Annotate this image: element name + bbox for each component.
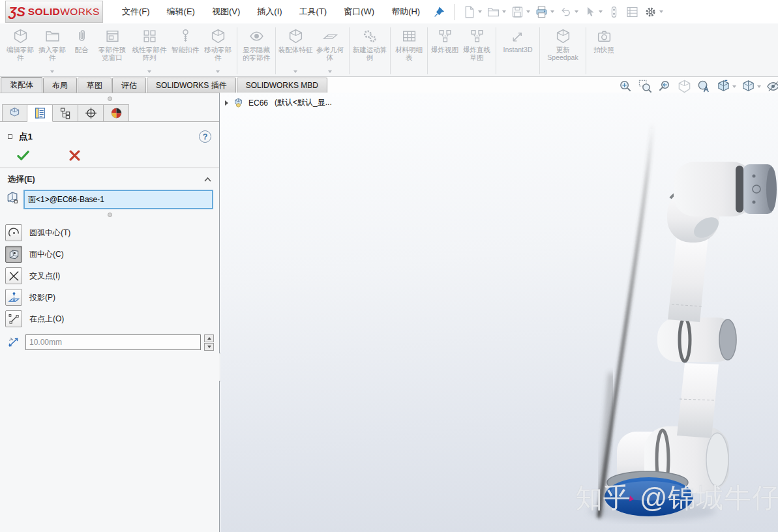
reference-geometry-icon bbox=[322, 28, 338, 44]
selection-group-header[interactable]: 选择(E) bbox=[0, 168, 219, 190]
menu-help[interactable]: 帮助(H) bbox=[383, 0, 428, 23]
section-view-button[interactable] bbox=[677, 79, 692, 94]
displaymanager-tab[interactable] bbox=[104, 104, 129, 122]
spinner-down-button[interactable] bbox=[204, 343, 214, 351]
undo-button[interactable] bbox=[559, 5, 578, 19]
tab-solidworks-addins[interactable]: SOLIDWORKS 插件 bbox=[147, 78, 236, 93]
spinner-up-button[interactable] bbox=[204, 334, 214, 342]
expand-arrow-icon[interactable] bbox=[225, 100, 228, 106]
zoom-to-area-button[interactable] bbox=[638, 79, 653, 94]
chevron-down-icon bbox=[526, 10, 530, 13]
menu-file[interactable]: 文件(F) bbox=[113, 0, 158, 23]
listbox-resize-handle[interactable] bbox=[108, 213, 112, 217]
flyout-feature-tree[interactable]: EC66 (默认<默认_显... bbox=[225, 97, 332, 108]
face-center-icon bbox=[7, 248, 21, 261]
button-label: 零部件预览窗口 bbox=[95, 46, 129, 62]
flange-bolt bbox=[753, 201, 756, 204]
intersection-button[interactable] bbox=[5, 267, 22, 284]
ribbon-group-divider bbox=[275, 27, 276, 74]
save-button[interactable] bbox=[511, 5, 530, 19]
zoom-to-fit-button[interactable] bbox=[618, 79, 633, 94]
select-button[interactable] bbox=[583, 5, 603, 19]
tab-evaluate[interactable]: 评估 bbox=[112, 78, 146, 93]
manager-tab-strip bbox=[0, 104, 219, 122]
cancel-button[interactable] bbox=[68, 149, 81, 162]
elbow-cap[interactable] bbox=[719, 319, 736, 360]
edit-appearance-button[interactable] bbox=[696, 79, 711, 94]
new-motion-study-button[interactable]: 新建运动算例 bbox=[352, 25, 388, 76]
graphics-viewport[interactable]: EC66 (默认<默认_显... bbox=[220, 93, 778, 532]
bill-of-materials-button[interactable]: 材料明细表 bbox=[393, 25, 425, 76]
propertymanager-tab[interactable] bbox=[27, 104, 53, 122]
ok-button[interactable] bbox=[17, 149, 29, 162]
smart-fasteners-button[interactable]: 智能扣件 bbox=[170, 25, 201, 76]
explode-line-sketch-icon bbox=[469, 28, 485, 44]
take-snapshot-button[interactable]: 拍快照 bbox=[588, 25, 620, 76]
menu-edit[interactable]: 编辑(E) bbox=[158, 0, 203, 23]
toggle-capsule-button[interactable] bbox=[607, 5, 621, 19]
button-label: 显示隐藏的零部件 bbox=[239, 46, 273, 62]
tab-sketch[interactable]: 草图 bbox=[78, 78, 112, 93]
button-label: 参考几何体 bbox=[313, 46, 347, 62]
shoulder-cap[interactable] bbox=[706, 433, 728, 486]
open-button[interactable] bbox=[486, 5, 506, 19]
task-list-button[interactable] bbox=[625, 5, 639, 19]
insert-component-button[interactable]: 插入零部件 bbox=[37, 25, 68, 76]
snapshot-camera-icon bbox=[596, 28, 612, 44]
selection-listbox[interactable]: 面<1>@EC66-Base-1 bbox=[23, 190, 213, 209]
selection-row: 面<1>@EC66-Base-1 bbox=[0, 190, 219, 209]
arc-center-button[interactable] bbox=[5, 224, 22, 241]
menu-window[interactable]: 窗口(W) bbox=[335, 0, 383, 23]
mate-button[interactable]: 配合 bbox=[68, 25, 95, 76]
tab-solidworks-mbd[interactable]: SOLIDWORKS MBD bbox=[237, 78, 327, 93]
assembly-features-button[interactable]: 装配体特征 bbox=[278, 25, 313, 76]
on-point-button[interactable] bbox=[5, 310, 22, 327]
projection-icon bbox=[7, 291, 21, 304]
configuration-tree-icon bbox=[59, 106, 72, 120]
button-label: 移动零部件 bbox=[201, 46, 235, 62]
component-preview-window-button[interactable]: 零部件预览窗口 bbox=[95, 25, 129, 76]
lower-arm-link[interactable] bbox=[677, 363, 719, 438]
reference-geometry-button[interactable]: 参考几何体 bbox=[313, 25, 347, 76]
collapse-chevron-icon[interactable] bbox=[204, 177, 211, 182]
hide-show-items-button[interactable] bbox=[766, 79, 778, 94]
panel-splitter-handle[interactable] bbox=[108, 96, 112, 101]
view-orientation-button[interactable] bbox=[716, 79, 736, 94]
options-button[interactable] bbox=[644, 5, 663, 19]
face-center-button[interactable] bbox=[5, 246, 22, 263]
pin-menu-icon[interactable] bbox=[434, 7, 445, 18]
chevron-down-icon bbox=[216, 70, 220, 73]
featuremanager-tab[interactable] bbox=[2, 104, 27, 122]
move-component-button[interactable]: 移动零部件 bbox=[201, 25, 235, 76]
chevron-down-icon bbox=[207, 346, 211, 348]
exploded-view-button[interactable]: 爆炸视图 bbox=[430, 25, 460, 76]
flange-bolt bbox=[753, 175, 756, 178]
print-button[interactable] bbox=[535, 5, 554, 19]
update-speedpak-button[interactable]: 更新 Speedpak bbox=[542, 25, 584, 76]
show-hidden-components-button[interactable]: 显示隐藏的零部件 bbox=[239, 25, 273, 76]
display-style-button[interactable] bbox=[741, 79, 761, 94]
instant3d-button[interactable]: Instant3D bbox=[498, 25, 537, 76]
menu-insert[interactable]: 插入(I) bbox=[248, 0, 290, 23]
previous-view-button[interactable] bbox=[657, 79, 672, 94]
explode-line-sketch-button[interactable]: 爆炸直线草图 bbox=[460, 25, 494, 76]
selection-item[interactable]: 面<1>@EC66-Base-1 bbox=[28, 194, 104, 205]
help-button[interactable]: ? bbox=[199, 130, 211, 143]
robot-arm-model[interactable] bbox=[220, 93, 778, 532]
configurationmanager-tab[interactable] bbox=[53, 104, 78, 122]
menu-tools[interactable]: 工具(T) bbox=[291, 0, 336, 23]
dimxpertmanager-tab[interactable] bbox=[78, 104, 104, 122]
assembly-configuration: (默认<默认_显... bbox=[275, 97, 332, 108]
menu-view[interactable]: 视图(V) bbox=[203, 0, 248, 23]
ribbon-group-divider bbox=[237, 27, 237, 74]
forearm-link[interactable] bbox=[668, 235, 708, 322]
option-label: 交叉点(I) bbox=[29, 271, 60, 282]
projection-button[interactable] bbox=[5, 289, 22, 306]
tab-layout[interactable]: 布局 bbox=[43, 78, 77, 93]
edit-component-button[interactable]: 编辑零部件 bbox=[4, 25, 37, 76]
distance-input[interactable] bbox=[25, 334, 201, 350]
linear-component-pattern-button[interactable]: 线性零部件阵列 bbox=[129, 25, 170, 76]
new-document-button[interactable] bbox=[462, 5, 482, 19]
tab-assembly[interactable]: 装配体 bbox=[1, 77, 42, 93]
button-label: 智能扣件 bbox=[172, 46, 199, 53]
